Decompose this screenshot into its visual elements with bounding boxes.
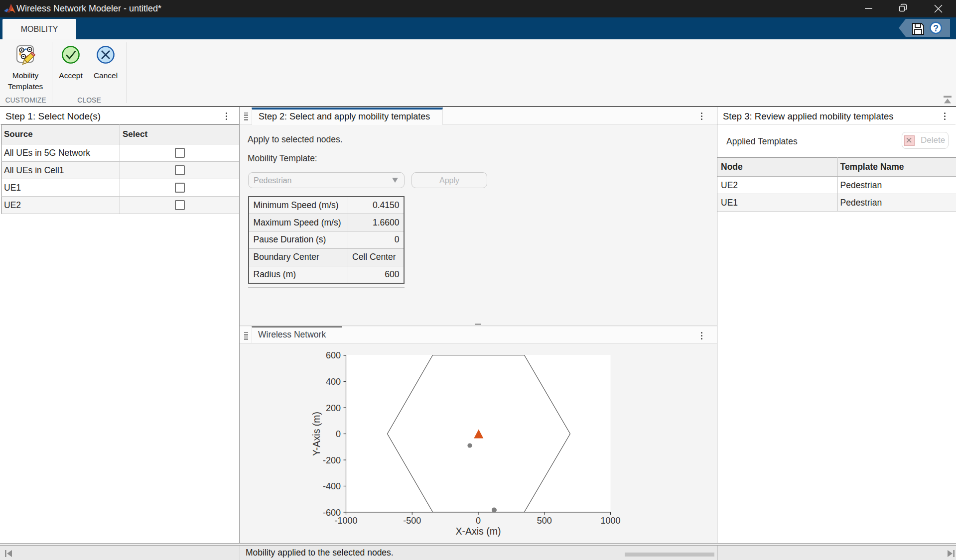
svg-text:0: 0 xyxy=(476,516,481,526)
svg-text:600: 600 xyxy=(326,350,341,360)
svg-text:-600: -600 xyxy=(323,508,341,518)
svg-text:-200: -200 xyxy=(323,455,341,465)
svg-text:X-Axis (m): X-Axis (m) xyxy=(456,526,501,537)
svg-text:Y-Axis (m): Y-Axis (m) xyxy=(311,412,322,456)
svg-text:?: ? xyxy=(933,23,939,33)
svg-text:0: 0 xyxy=(336,429,341,439)
svg-text:500: 500 xyxy=(537,516,552,526)
svg-text:400: 400 xyxy=(326,377,341,387)
svg-text:-500: -500 xyxy=(403,516,421,526)
svg-text:-400: -400 xyxy=(323,481,341,491)
svg-text:1000: 1000 xyxy=(600,516,620,526)
svg-text:200: 200 xyxy=(326,403,341,413)
